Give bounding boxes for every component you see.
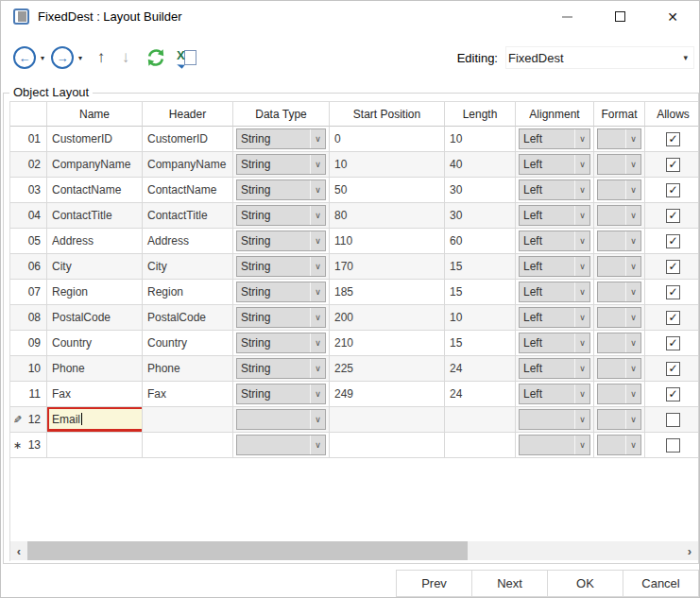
cell-name[interactable]: Address: [47, 229, 143, 254]
cell-name[interactable]: Phone: [47, 356, 143, 382]
chevron-down-icon[interactable]: ∨: [625, 155, 640, 174]
forward-dropdown-button[interactable]: ▾: [78, 54, 82, 62]
allows-checkbox[interactable]: ✓: [666, 362, 680, 376]
cell-start_position[interactable]: 50: [330, 178, 445, 203]
cell-name[interactable]: [47, 433, 143, 458]
prev-button[interactable]: Prev: [396, 570, 472, 597]
cell-header[interactable]: Region: [143, 280, 233, 305]
alignment-dropdown[interactable]: Left∨: [519, 205, 590, 226]
format-dropdown[interactable]: ∨: [597, 333, 641, 353]
cell-start_position[interactable]: 10: [330, 152, 445, 178]
cell-header[interactable]: Address: [143, 229, 233, 254]
allows-checkbox[interactable]: [666, 413, 680, 427]
cell-start_position[interactable]: 110: [330, 229, 445, 254]
refresh-button[interactable]: [145, 47, 166, 68]
column-header-length[interactable]: Length: [445, 102, 516, 127]
format-dropdown[interactable]: ∨: [597, 231, 641, 251]
cell-length[interactable]: 10: [445, 305, 516, 331]
cell-header[interactable]: CustomerID: [143, 127, 233, 152]
column-header-start_position[interactable]: Start Position: [330, 102, 445, 127]
chevron-down-icon[interactable]: ∨: [310, 436, 325, 454]
chevron-down-icon[interactable]: ∨: [625, 308, 640, 327]
allows-checkbox[interactable]: ✓: [666, 285, 680, 299]
chevron-down-icon[interactable]: ∨: [574, 155, 589, 174]
column-header-format[interactable]: Format: [594, 102, 645, 127]
forward-button[interactable]: →: [51, 46, 74, 69]
cell-header[interactable]: CompanyName: [143, 152, 233, 178]
column-header-name[interactable]: Name: [47, 102, 143, 127]
chevron-down-icon[interactable]: ∨: [574, 282, 589, 301]
chevron-down-icon[interactable]: ∨: [625, 436, 640, 454]
data_type-dropdown[interactable]: String∨: [236, 384, 326, 404]
cell-length[interactable]: 15: [445, 254, 516, 280]
ok-button[interactable]: OK: [547, 570, 623, 597]
cell-name[interactable]: ContactName: [47, 178, 143, 203]
chevron-down-icon[interactable]: ∨: [574, 410, 589, 429]
chevron-down-icon[interactable]: ∨: [574, 384, 589, 403]
allows-checkbox[interactable]: ✓: [666, 311, 680, 325]
data_type-dropdown[interactable]: String∨: [236, 307, 326, 328]
chevron-down-icon[interactable]: ∨: [625, 282, 640, 301]
chevron-down-icon[interactable]: ∨: [574, 257, 589, 276]
data_type-dropdown[interactable]: String∨: [236, 358, 326, 379]
data_type-dropdown[interactable]: String∨: [236, 333, 326, 353]
format-dropdown[interactable]: ∨: [597, 128, 641, 149]
chevron-down-icon[interactable]: ∨: [574, 436, 589, 454]
data_type-dropdown[interactable]: String∨: [236, 179, 326, 200]
chevron-down-icon[interactable]: ∨: [310, 206, 325, 225]
row-header-13[interactable]: ∗13: [10, 433, 47, 458]
cell-name[interactable]: CustomerID: [47, 127, 143, 152]
data_type-dropdown[interactable]: String∨: [236, 154, 326, 175]
column-header-header[interactable]: Header: [143, 102, 233, 127]
format-dropdown[interactable]: ∨: [597, 435, 641, 455]
alignment-dropdown[interactable]: Left∨: [519, 333, 590, 353]
chevron-down-icon[interactable]: ∨: [574, 333, 589, 352]
chevron-down-icon[interactable]: ∨: [574, 206, 589, 225]
cell-length[interactable]: 30: [445, 178, 516, 203]
cell-length[interactable]: 24: [445, 382, 516, 407]
horizontal-scrollbar[interactable]: ‹ ›: [10, 541, 698, 560]
cell-start_position[interactable]: [330, 433, 445, 458]
allows-checkbox[interactable]: ✓: [666, 183, 680, 197]
scroll-right-icon[interactable]: ›: [681, 544, 698, 558]
cell-start_position[interactable]: 200: [330, 305, 445, 331]
chevron-down-icon[interactable]: ∨: [625, 231, 640, 250]
chevron-down-icon[interactable]: ∨: [625, 410, 640, 429]
move-down-button[interactable]: ↓: [117, 48, 134, 67]
data_type-dropdown[interactable]: String∨: [236, 128, 326, 149]
row-header-08[interactable]: 08: [10, 305, 47, 331]
format-dropdown[interactable]: ∨: [597, 409, 641, 430]
cell-length[interactable]: [445, 433, 516, 458]
row-header-10[interactable]: 10: [10, 356, 47, 382]
cell-length[interactable]: 10: [445, 127, 516, 152]
allows-checkbox[interactable]: ✓: [666, 132, 680, 146]
alignment-dropdown[interactable]: ∨: [519, 409, 590, 430]
column-header-alignment[interactable]: Alignment: [516, 102, 594, 127]
move-up-button[interactable]: ↑: [93, 48, 110, 67]
chevron-down-icon[interactable]: ∨: [310, 333, 325, 352]
cell-name[interactable]: CompanyName: [47, 152, 143, 178]
data_type-dropdown[interactable]: ∨: [236, 435, 326, 455]
row-header-04[interactable]: 04: [10, 203, 47, 229]
allows-checkbox[interactable]: ✓: [666, 336, 680, 350]
data_type-dropdown[interactable]: String∨: [236, 205, 326, 226]
chevron-down-icon[interactable]: ∨: [625, 206, 640, 225]
cell-start_position[interactable]: 210: [330, 331, 445, 356]
chevron-down-icon[interactable]: ∨: [574, 308, 589, 327]
chevron-down-icon[interactable]: ∨: [310, 257, 325, 276]
alignment-dropdown[interactable]: Left∨: [519, 179, 590, 200]
row-header-07[interactable]: 07: [10, 280, 47, 305]
alignment-dropdown[interactable]: Left∨: [519, 231, 590, 251]
cancel-button[interactable]: Cancel: [623, 570, 699, 597]
cell-header[interactable]: Country: [143, 331, 233, 356]
cell-name[interactable]: Fax: [47, 382, 143, 407]
cell-length[interactable]: 15: [445, 331, 516, 356]
chevron-down-icon[interactable]: ∨: [625, 359, 640, 378]
chevron-down-icon[interactable]: ∨: [310, 359, 325, 378]
data_type-dropdown[interactable]: String∨: [236, 256, 326, 277]
row-header-06[interactable]: 06: [10, 254, 47, 280]
export-excel-button[interactable]: X: [177, 49, 196, 67]
chevron-down-icon[interactable]: ∨: [625, 180, 640, 199]
chevron-down-icon[interactable]: ∨: [310, 231, 325, 250]
cell-header[interactable]: [143, 407, 233, 433]
